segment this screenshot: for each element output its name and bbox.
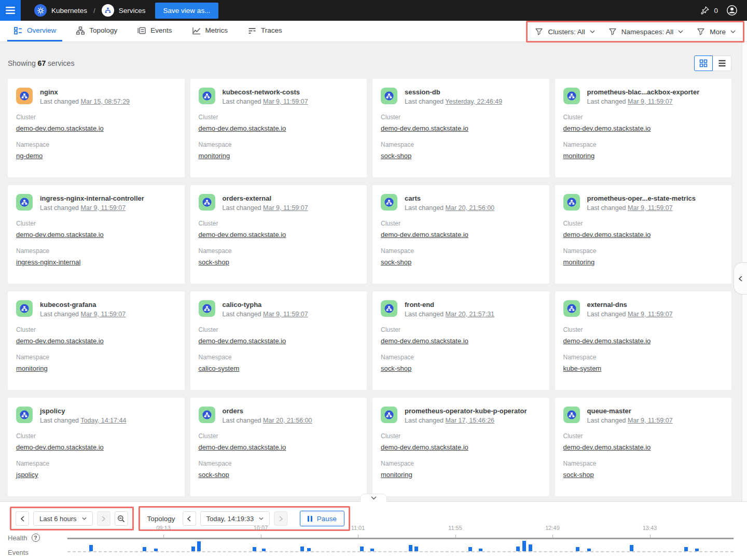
cluster-link[interactable]: demo-dev.demo.stackstate.io (16, 231, 104, 239)
service-card[interactable]: front-end Last changed Mar 20, 21:57:31 … (372, 291, 549, 390)
range-back-button[interactable] (16, 511, 29, 526)
cluster-link[interactable]: demo-dev.demo.stackstate.io (16, 337, 104, 345)
last-changed-date-link[interactable]: Yesterday, 22:46:49 (445, 98, 502, 105)
user-avatar-button[interactable] (726, 5, 738, 16)
last-changed-date-link[interactable]: Today, 14:17:44 (80, 417, 126, 424)
tab-metrics[interactable]: Metrics (186, 21, 234, 41)
cluster-link[interactable]: demo-dev.demo.stackstate.io (381, 124, 468, 132)
event-bar[interactable] (409, 545, 412, 551)
service-card[interactable]: prometheus-blac...ackbox-exporter Last c… (555, 79, 732, 177)
cluster-link[interactable]: demo-dev.demo.stackstate.io (199, 337, 286, 345)
namespace-link[interactable]: calico-system (199, 365, 240, 372)
service-name[interactable]: external-dns (587, 300, 673, 309)
last-changed-date-link[interactable]: Mar 9, 11:59:07 (628, 98, 673, 105)
cluster-link[interactable]: demo-dev.demo.stackstate.io (563, 231, 651, 239)
last-changed-date-link[interactable]: Mar 9, 11:59:07 (263, 311, 308, 318)
namespace-link[interactable]: sock-shop (563, 471, 594, 479)
namespace-link[interactable]: monitoring (16, 365, 48, 372)
namespace-link[interactable]: ingress-nginx-internal (16, 258, 80, 266)
event-bar[interactable] (262, 549, 266, 551)
event-bar[interactable] (197, 541, 201, 551)
right-drawer-expand-button[interactable] (734, 262, 747, 295)
namespace-link[interactable]: sock-shop (381, 365, 411, 372)
event-bar[interactable] (529, 544, 532, 551)
event-bar[interactable] (143, 547, 146, 551)
last-changed-date-link[interactable]: Mar 9, 11:59:07 (628, 417, 673, 424)
service-card[interactable]: external-dns Last changed Mar 9, 11:59:0… (555, 291, 732, 390)
more-filter-dropdown[interactable]: More (697, 27, 736, 36)
event-bar[interactable] (89, 545, 93, 551)
event-bar[interactable] (154, 549, 158, 551)
namespace-link[interactable]: sock-shop (381, 258, 411, 266)
last-changed-date-link[interactable]: Mar 9, 11:59:07 (81, 311, 126, 318)
tab-topology[interactable]: Topology (70, 21, 123, 41)
last-changed-date-link[interactable]: Mar 17, 15:46:26 (446, 417, 495, 424)
cluster-link[interactable]: demo-dev.demo.stackstate.io (199, 443, 286, 451)
service-name[interactable]: carts (405, 194, 494, 202)
event-bar[interactable] (370, 549, 374, 551)
timeline-collapse-button[interactable] (360, 494, 387, 502)
timeline-axis[interactable]: 14:19:33 09:1310:0711:0111:5512:4913:43 (67, 502, 716, 560)
last-changed-date-link[interactable]: Mar 9, 11:59:07 (263, 98, 308, 105)
service-card[interactable]: session-db Last changed Yesterday, 22:46… (372, 79, 549, 177)
tab-events[interactable]: Events (131, 21, 178, 41)
event-bar[interactable] (479, 549, 482, 551)
pinned-views-button[interactable]: 0 (700, 6, 718, 16)
namespace-link[interactable]: kube-system (563, 365, 602, 372)
event-bar[interactable] (468, 547, 472, 551)
namespace-link[interactable]: monitoring (563, 152, 595, 160)
event-bar[interactable] (576, 547, 579, 551)
cluster-link[interactable]: demo-dev.demo.stackstate.io (16, 124, 104, 132)
last-changed-date-link[interactable]: Mar 9, 11:59:07 (81, 204, 126, 212)
event-bar[interactable] (307, 548, 311, 551)
cluster-link[interactable]: demo-dev.demo.stackstate.io (563, 443, 651, 451)
namespace-link[interactable]: monitoring (563, 258, 595, 266)
cluster-link[interactable]: demo-dev.demo.stackstate.io (381, 443, 468, 451)
last-changed-date-link[interactable]: Mar 20, 21:56:00 (263, 417, 312, 424)
namespace-link[interactable]: sock-shop (199, 471, 229, 479)
service-card[interactable]: prometheus-operator-kube-p-operator Last… (372, 398, 549, 496)
hamburger-menu-button[interactable] (0, 0, 21, 21)
service-card[interactable]: orders Last changed Mar 20, 21:56:00 Clu… (190, 398, 367, 496)
event-bar[interactable] (522, 541, 526, 551)
service-card[interactable]: queue-master Last changed Mar 9, 11:59:0… (555, 398, 732, 496)
service-name[interactable]: orders-external (223, 194, 308, 202)
service-name[interactable]: front-end (405, 300, 494, 309)
tab-overview[interactable]: Overview (7, 21, 62, 41)
cluster-link[interactable]: demo-dev.demo.stackstate.io (199, 124, 286, 132)
service-card[interactable]: ingress-nginx-internal-controller Last c… (8, 185, 185, 284)
service-card[interactable]: nginx Last changed Mar 15, 08:57:29 Clus… (8, 79, 185, 177)
tab-traces[interactable]: Traces (241, 21, 288, 41)
cluster-link[interactable]: demo-dev.demo.stackstate.io (381, 231, 468, 239)
service-name[interactable]: jspolicy (40, 407, 126, 415)
service-name[interactable]: prometheus-blac...ackbox-exporter (587, 88, 700, 96)
namespace-link[interactable]: ng-demo (16, 152, 43, 160)
namespace-link[interactable]: jspolicy (16, 471, 38, 479)
cluster-link[interactable]: demo-dev.demo.stackstate.io (563, 124, 651, 132)
list-view-button[interactable] (713, 55, 731, 71)
health-help-icon[interactable]: ? (32, 534, 40, 542)
cluster-link[interactable]: demo-dev.demo.stackstate.io (16, 443, 104, 451)
cluster-link[interactable]: demo-dev.demo.stackstate.io (563, 337, 651, 345)
last-changed-date-link[interactable]: Mar 9, 11:59:07 (628, 204, 673, 212)
service-name[interactable]: prometheus-operator-kube-p-operator (405, 407, 527, 415)
namespace-link[interactable]: monitoring (381, 471, 412, 479)
cluster-link[interactable]: demo-dev.demo.stackstate.io (199, 231, 286, 239)
service-name[interactable]: prometheus-oper...e-state-metrics (587, 194, 696, 202)
last-changed-date-link[interactable]: Mar 15, 08:57:29 (81, 98, 130, 105)
service-name[interactable]: orders (223, 407, 312, 415)
breadcrumb-app[interactable]: Kubernetes (51, 7, 87, 15)
service-card[interactable]: carts Last changed Mar 20, 21:56:00 Clus… (372, 185, 549, 284)
service-card[interactable]: calico-typha Last changed Mar 9, 11:59:0… (190, 291, 367, 390)
cluster-link[interactable]: demo-dev.demo.stackstate.io (381, 337, 468, 345)
service-name[interactable]: nginx (40, 88, 130, 96)
event-bar[interactable] (253, 547, 256, 551)
save-view-as-button[interactable]: Save view as... (155, 3, 219, 19)
namespace-link[interactable]: monitoring (199, 152, 230, 160)
service-name[interactable]: queue-master (587, 407, 673, 415)
last-changed-date-link[interactable]: Mar 9, 11:59:07 (263, 204, 308, 212)
service-name[interactable]: kubecost-network-costs (223, 88, 308, 96)
event-bar[interactable] (414, 547, 418, 551)
service-card[interactable]: prometheus-oper...e-state-metrics Last c… (555, 185, 732, 284)
clusters-filter-dropdown[interactable]: Clusters: All (535, 27, 594, 36)
